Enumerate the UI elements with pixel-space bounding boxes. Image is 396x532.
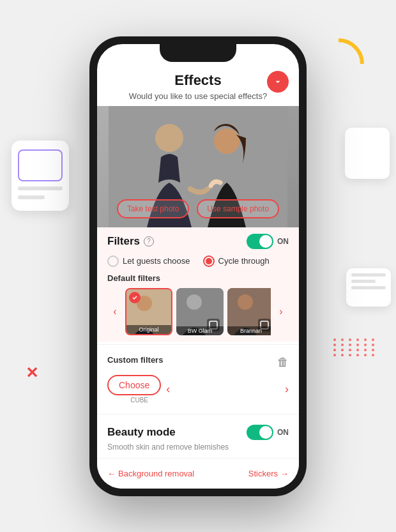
filter-name-brannan: Brannan bbox=[227, 326, 271, 335]
toggle-knob bbox=[259, 235, 272, 248]
page-subtitle: Would you like to use special effects? bbox=[110, 91, 286, 101]
custom-filters-section: Custom filters 🗑 Choose CUBE ‹ › bbox=[97, 347, 299, 411]
filter-check-icon bbox=[129, 292, 141, 303]
custom-filters-header: Custom filters 🗑 bbox=[107, 355, 289, 370]
svg-point-1 bbox=[155, 124, 183, 152]
filters-label: Filters bbox=[107, 235, 140, 248]
filter-name-original: Original bbox=[126, 325, 171, 334]
deco-white-card-mid bbox=[346, 268, 391, 307]
beauty-toggle-label: ON bbox=[277, 428, 289, 437]
phone-notch bbox=[160, 44, 236, 62]
photo-action-buttons: Take test photo Use sample photo bbox=[97, 199, 299, 218]
filters-label-row: Filters ? bbox=[107, 235, 154, 248]
filter-mode-radio-row: Let guests choose Cycle through bbox=[107, 255, 289, 267]
filters-toggle[interactable] bbox=[247, 234, 273, 249]
custom-filters-label: Custom filters bbox=[107, 355, 163, 365]
next-nav-link[interactable]: Stickers → bbox=[248, 469, 289, 478]
radio-label-cycle: Cycle through bbox=[218, 256, 270, 266]
svg-point-2 bbox=[214, 128, 240, 154]
beauty-header: Beauty mode ON bbox=[107, 425, 289, 440]
carousel-right-arrow[interactable]: › bbox=[273, 304, 289, 319]
filter-thumb-brannan[interactable]: Brannan bbox=[227, 288, 271, 335]
next-arrow-icon: → bbox=[280, 469, 289, 478]
deco-dots bbox=[333, 338, 377, 356]
filter-thumb-original[interactable]: Original bbox=[125, 288, 172, 335]
beauty-mode-section: Beauty mode ON Smooth skin and remove bl… bbox=[97, 417, 299, 459]
beauty-label: Beauty mode bbox=[107, 426, 176, 439]
svg-point-10 bbox=[238, 294, 253, 310]
beauty-toggle-row: ON bbox=[247, 425, 289, 440]
filters-list: Original bbox=[125, 288, 271, 335]
divider-2 bbox=[97, 414, 299, 414]
radio-label-guests: Let guests choose bbox=[123, 256, 190, 266]
filters-header: Filters ? ON bbox=[107, 234, 289, 249]
take-test-photo-button[interactable]: Take test photo bbox=[117, 199, 189, 218]
radio-outer-cycle bbox=[203, 255, 215, 267]
radio-cycle-through[interactable]: Cycle through bbox=[203, 255, 270, 267]
screen-header: Effects Would you like to use special ef… bbox=[97, 62, 299, 106]
beauty-toggle-knob bbox=[259, 426, 272, 439]
photo-preview-area: Take test photo Use sample photo bbox=[97, 106, 299, 227]
deco-x-mark: ✕ bbox=[26, 364, 38, 382]
custom-filters-row: Choose CUBE ‹ › bbox=[107, 375, 289, 404]
choose-button[interactable]: Choose bbox=[107, 375, 161, 395]
filter-name-bwglam: BW Glam bbox=[176, 326, 224, 335]
deco-purple-card bbox=[11, 141, 69, 211]
filters-section: Filters ? ON bbox=[97, 227, 299, 342]
divider-1 bbox=[97, 344, 299, 345]
scroll-content: Filters ? ON bbox=[97, 227, 299, 489]
deco-yellow-arc bbox=[313, 38, 364, 89]
back-nav-label: Background removal bbox=[118, 469, 194, 478]
filter-thumb-bwglam[interactable]: BW Glam bbox=[176, 288, 224, 335]
page-title: Effects bbox=[174, 72, 221, 88]
radio-outer-guests bbox=[107, 255, 119, 267]
deco-white-card-top bbox=[345, 128, 390, 179]
radio-inner-cycle bbox=[206, 258, 212, 264]
carousel-left-arrow[interactable]: ‹ bbox=[107, 304, 123, 319]
trash-icon[interactable]: 🗑 bbox=[277, 356, 289, 369]
custom-filter-left-arrow[interactable]: ‹ bbox=[166, 383, 170, 396]
radio-let-guests[interactable]: Let guests choose bbox=[107, 255, 190, 267]
default-filters-label: Default filters bbox=[107, 273, 289, 283]
cube-label: CUBE bbox=[107, 397, 161, 404]
close-button[interactable] bbox=[267, 71, 289, 93]
phone-frame: Effects Would you like to use special ef… bbox=[89, 36, 307, 496]
svg-point-6 bbox=[187, 294, 202, 310]
filters-carousel: ‹ bbox=[107, 288, 289, 335]
back-arrow-icon: ← bbox=[107, 469, 116, 478]
beauty-toggle[interactable] bbox=[247, 425, 273, 440]
use-sample-photo-button[interactable]: Use sample photo bbox=[197, 199, 279, 218]
phone-screen: Effects Would you like to use special ef… bbox=[97, 44, 299, 489]
bottom-navigation: ← Background removal Stickers → bbox=[97, 458, 299, 489]
custom-filter-right-arrow[interactable]: › bbox=[285, 383, 289, 396]
filters-toggle-row: ON bbox=[247, 234, 289, 249]
beauty-description: Smooth skin and remove blemishes bbox=[107, 443, 289, 452]
next-nav-label: Stickers bbox=[248, 469, 278, 478]
help-icon[interactable]: ? bbox=[144, 236, 154, 247]
back-nav-link[interactable]: ← Background removal bbox=[107, 469, 194, 478]
filters-toggle-label: ON bbox=[277, 237, 289, 246]
